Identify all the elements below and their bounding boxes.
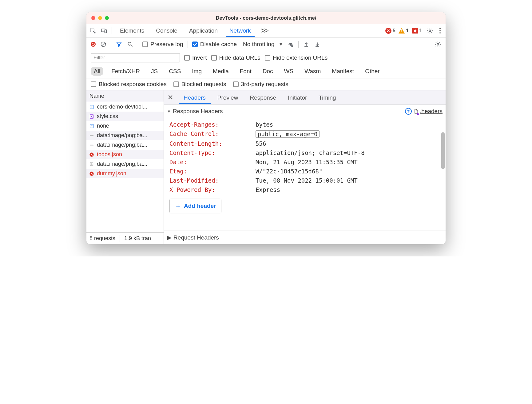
extra-filters: Blocked response cookies Blocked request… [86,78,446,90]
close-detail-icon[interactable]: ✕ [164,90,177,105]
hide-data-urls-checkbox[interactable] [211,55,217,61]
detail-tab-timing[interactable]: Timing [314,91,341,104]
name-column-header[interactable]: Name [86,90,164,102]
clear-icon[interactable] [100,41,107,48]
inspect-icon[interactable] [89,27,96,34]
request-row[interactable]: todos.json [86,150,164,159]
network-settings-icon[interactable] [435,41,441,48]
detail-pane: ✕ Headers Preview Response Initiator Tim… [164,90,446,244]
type-filter-wasm[interactable]: Wasm [301,67,324,76]
request-list: cors-demo-devtool...style.cssnonedata:im… [86,102,164,232]
svg-point-23 [91,163,92,164]
more-tabs-icon[interactable]: >> [259,26,269,35]
filter-icon[interactable] [116,41,122,48]
header-name: X-Powered-By: [169,186,256,193]
request-row[interactable]: data:image/png;ba... [86,131,164,140]
disable-cache-checkbox[interactable] [192,42,198,47]
tab-console[interactable]: Console [152,24,181,37]
header-name: Content-Type: [169,149,256,156]
settings-icon[interactable] [427,27,433,34]
main-tabstrip: Elements Console Application Network >> … [86,24,446,38]
blocked-requests-checkbox[interactable] [173,81,179,87]
header-row: Etag:W/"22c-18457c15d68" [169,167,443,176]
request-row[interactable]: style.css [86,112,164,121]
upload-har-icon[interactable] [303,41,310,48]
header-value: W/"22c-18457c15d68" [256,168,322,175]
throttling-chevron-icon[interactable]: ▼ [279,42,283,47]
download-har-icon[interactable] [314,41,321,48]
third-party-checkbox[interactable] [233,81,239,87]
invert-checkbox[interactable] [184,55,190,61]
type-filter-css[interactable]: CSS [166,67,184,76]
network-conditions-icon[interactable] [287,41,294,48]
error-count-badge[interactable]: ✕5 [385,28,395,34]
request-row[interactable]: data:image/png;ba... [86,140,164,150]
network-toolbar: Preserve log Disable cache No throttling… [86,38,446,51]
tab-network[interactable]: Network [226,24,255,37]
tab-application[interactable]: Application [185,24,221,37]
tab-elements[interactable]: Elements [116,24,148,37]
error-icon [89,171,94,176]
request-row[interactable]: data:image/png;ba... [86,159,164,169]
type-filter-other[interactable]: Other [362,67,383,76]
plus-icon: ＋ [175,201,181,211]
throttling-select[interactable]: No throttling [243,41,274,48]
transfer-size: 1.9 kB tran [124,235,151,242]
header-value[interactable]: public, max-age=0 [256,130,320,138]
disclosure-triangle-icon[interactable]: ▶ [167,234,172,241]
header-row: Cache-Control:public, max-age=0 [169,129,443,139]
disable-cache-label: Disable cache [200,41,237,48]
img-file-icon [89,133,94,138]
header-name: Cache-Control: [169,130,256,137]
error-icon [89,152,94,157]
detail-tab-preview[interactable]: Preview [212,91,243,104]
detail-tab-headers[interactable]: Headers [179,91,211,104]
response-headers-title: Response Headers [173,108,223,115]
request-headers-title: Request Headers [173,234,219,241]
record-button[interactable] [91,42,96,47]
blocked-cookies-checkbox[interactable] [91,81,96,87]
svg-rect-20 [90,145,93,145]
type-filter-doc[interactable]: Doc [260,67,276,76]
headers-file-link[interactable]: .headers [414,108,443,115]
search-icon[interactable] [127,41,133,48]
issues-count-badge[interactable]: ◆1 [412,28,422,34]
header-name: Last-Modified: [169,177,256,184]
filter-input[interactable] [91,53,180,62]
type-filter-js[interactable]: JS [148,67,161,76]
devtools-window: DevTools - cors-demo-devtools.glitch.me/… [86,12,446,244]
header-value: bytes [256,121,273,128]
type-filter-font[interactable]: Font [237,67,255,76]
type-filter-fetchxhr[interactable]: Fetch/XHR [108,67,143,76]
help-icon[interactable]: ? [405,108,412,115]
more-options-icon[interactable] [438,28,443,34]
type-filter-img[interactable]: Img [189,67,205,76]
window-title: DevTools - cors-demo-devtools.glitch.me/ [86,15,446,21]
request-row[interactable]: none [86,121,164,131]
request-name: dummy.json [97,170,126,177]
type-filter-all[interactable]: All [91,67,103,76]
disclosure-triangle-icon[interactable]: ▼ [167,109,171,114]
header-name: Content-Length: [169,140,256,147]
request-headers-section[interactable]: ▶ Request Headers [164,231,446,244]
type-filter-manifest[interactable]: Manifest [329,67,357,76]
type-filter-media[interactable]: Media [210,67,232,76]
warning-count-badge[interactable]: 1 [399,28,409,34]
detail-tab-initiator[interactable]: Initiator [283,91,312,104]
content-area: Name cors-demo-devtool...style.cssnoneda… [86,90,446,244]
header-row: X-Powered-By:Express [169,185,443,194]
request-name: data:image/png;ba... [97,132,147,139]
request-row[interactable]: dummy.json [86,169,164,178]
response-headers-section[interactable]: ▼ Response Headers ? .headers [164,105,446,118]
type-filter-ws[interactable]: WS [281,67,297,76]
device-toolbar-icon[interactable] [101,27,107,34]
invert-label: Invert [192,54,207,61]
hide-extension-urls-checkbox[interactable] [265,55,270,61]
request-row[interactable]: cors-demo-devtool... [86,102,164,112]
add-header-button[interactable]: ＋Add header [169,199,221,213]
detail-tab-response[interactable]: Response [245,91,281,104]
imgfile-file-icon [89,161,94,167]
headers-list: Accept-Ranges:bytesCache-Control:public,… [164,118,446,231]
hide-data-urls-label: Hide data URLs [219,54,260,61]
preserve-log-checkbox[interactable] [142,42,148,47]
